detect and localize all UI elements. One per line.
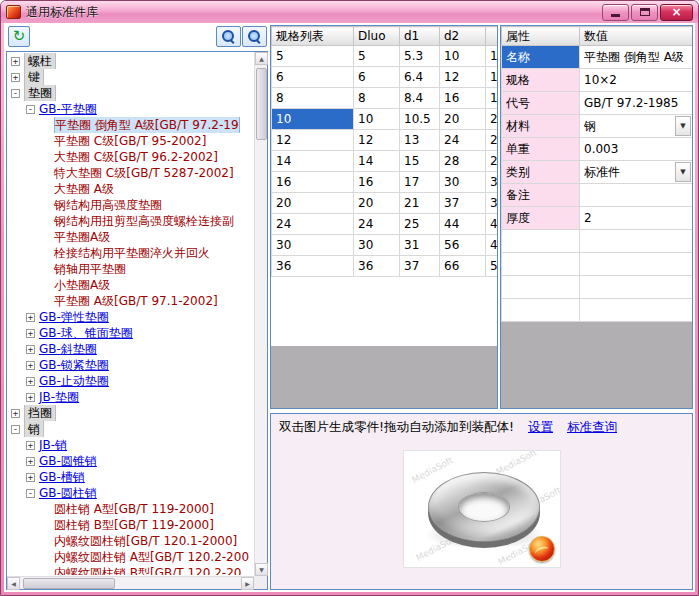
spec-cell[interactable]: 16 [272,172,354,193]
spec-column-header[interactable]: d1 [400,27,440,46]
tree-item[interactable]: 大垫圈 C级[GB/T 96.2-2002] [8,149,253,165]
spec-cell[interactable]: 20 [272,193,354,214]
prop-value-cell[interactable]: GB/T 97.2-1985 [580,92,693,115]
spec-column-header[interactable]: Dluo [354,27,400,46]
prop-name-cell[interactable]: 规格 [502,69,580,92]
prop-value-cell[interactable]: 钢▼ [580,115,693,138]
spec-cell[interactable]: 1 [486,67,498,88]
prop-name-cell[interactable]: 类别 [502,161,580,184]
spec-cell[interactable]: 30 [440,172,486,193]
tree-item[interactable]: +GB-槽销 [8,469,253,485]
tree-vertical-scrollbar[interactable]: ▲ ▼ [254,52,267,576]
spec-cell[interactable]: 6 [272,67,354,88]
spec-cell[interactable]: 2 [486,151,498,172]
expand-icon[interactable]: + [11,409,20,418]
spec-cell[interactable]: 25 [400,214,440,235]
tree-item[interactable]: 平垫圈 A级[GB/T 97.1-2002] [8,293,253,309]
tree-item[interactable]: 平垫圈 C级[GB/T 95-2002] [8,133,253,149]
tree-item[interactable]: +GB-止动垫圈 [8,373,253,389]
scrollbar-thumb[interactable] [23,578,115,589]
spec-cell[interactable]: 1 [486,88,498,109]
spec-cell[interactable]: 12 [354,130,400,151]
prop-value-cell[interactable]: 平垫圈 倒角型 A级 [580,46,693,69]
spec-cell[interactable]: 5 [486,256,498,277]
expand-icon[interactable]: + [26,457,35,466]
tree-item[interactable]: +键 [8,69,253,85]
prop-name-cell[interactable]: 名称 [502,46,580,69]
spec-cell[interactable]: 16 [440,88,486,109]
spec-cell[interactable]: 5 [354,46,400,67]
prop-value-cell[interactable]: 10×2 [580,69,693,92]
spec-cell[interactable]: 1 [486,46,498,67]
prop-name-cell[interactable] [502,253,580,276]
expand-icon[interactable]: + [26,345,35,354]
standard-query-link[interactable]: 标准查询 [567,419,617,434]
spec-cell[interactable]: 12 [272,130,354,151]
tree-item[interactable]: -GB-平垫圈 [8,101,253,117]
spec-cell[interactable]: 24 [272,214,354,235]
spec-cell[interactable]: 37 [440,193,486,214]
tree-item[interactable]: 钢结构用扭剪型高强度螺栓连接副 [8,213,253,229]
prop-column-header[interactable]: 数值 [580,27,693,46]
spec-cell[interactable]: 10.5 [400,109,440,130]
spec-cell[interactable]: 16 [354,172,400,193]
expand-icon[interactable]: + [26,361,35,370]
prop-name-cell[interactable]: 单重 [502,138,580,161]
prop-name-cell[interactable]: 厚度 [502,207,580,230]
scroll-up-icon[interactable]: ▲ [255,52,268,65]
spec-cell[interactable]: 24 [354,214,400,235]
expand-icon[interactable]: + [26,473,35,482]
spec-cell[interactable]: 6.4 [400,67,440,88]
tree-item[interactable]: 圆柱销 B型[GB/T 119-2000] [8,517,253,533]
refresh-button[interactable]: ↻ [8,26,30,47]
prop-name-cell[interactable] [502,276,580,299]
spec-cell[interactable]: 10 [354,109,400,130]
prop-value-cell[interactable] [580,184,693,207]
tree-horizontal-scrollbar[interactable]: ◀ ▶ [7,576,254,589]
prop-value-cell[interactable]: 2 [580,207,693,230]
spec-cell[interactable]: 8 [354,88,400,109]
tree-item[interactable]: 平垫圈A级 [8,229,253,245]
spec-cell[interactable]: 14 [272,151,354,172]
expand-icon[interactable]: + [26,441,35,450]
spec-cell[interactable]: 20 [440,109,486,130]
scrollbar-thumb[interactable] [256,68,267,140]
tree-item[interactable]: 圆柱销 A型[GB/T 119-2000] [8,501,253,517]
spec-cell[interactable]: 5.3 [400,46,440,67]
prop-name-cell[interactable] [502,230,580,253]
spec-cell[interactable]: 24 [440,130,486,151]
tree-item[interactable]: 销轴用平垫圈 [8,261,253,277]
collapse-icon[interactable]: - [11,89,20,98]
spec-cell[interactable]: 28 [440,151,486,172]
maximize-button[interactable] [631,4,658,21]
tree-item[interactable]: +JB-垫圈 [8,389,253,405]
tree-item[interactable]: 内螺纹圆柱销 B型[GB/T 120.2-20 [8,565,253,575]
spec-cell[interactable]: 31 [400,235,440,256]
spec-cell[interactable]: 36 [354,256,400,277]
spec-cell[interactable]: 10 [440,46,486,67]
search-settings-button[interactable] [242,26,267,47]
tree-item[interactable]: 栓接结构用平垫圈淬火并回火 [8,245,253,261]
spec-cell[interactable]: 14 [354,151,400,172]
prop-value-cell[interactable]: 标准件▼ [580,161,693,184]
prop-name-cell[interactable]: 材料 [502,115,580,138]
spec-column-header[interactable]: 规格列表 [272,27,354,46]
prop-value-cell[interactable] [580,276,693,299]
prop-value-cell[interactable] [580,299,693,322]
spec-cell[interactable]: 3 [486,193,498,214]
spec-cell[interactable]: 56 [440,235,486,256]
tree-item[interactable]: +JB-销 [8,437,253,453]
spec-cell[interactable]: 3 [486,172,498,193]
spec-cell[interactable]: 21 [400,193,440,214]
spec-column-header[interactable]: d2 [440,27,486,46]
collapse-icon[interactable]: - [26,489,35,498]
dropdown-arrow-icon[interactable]: ▼ [675,116,691,136]
spec-cell[interactable]: 2 [486,130,498,151]
prop-value-cell[interactable]: 0.003 [580,138,693,161]
expand-icon[interactable]: + [26,377,35,386]
prop-value-cell[interactable] [580,253,693,276]
spec-cell[interactable]: 30 [272,235,354,256]
collapse-icon[interactable]: - [11,425,20,434]
spec-cell[interactable]: 44 [440,214,486,235]
tree-item[interactable]: +GB-球、锥面垫圈 [8,325,253,341]
